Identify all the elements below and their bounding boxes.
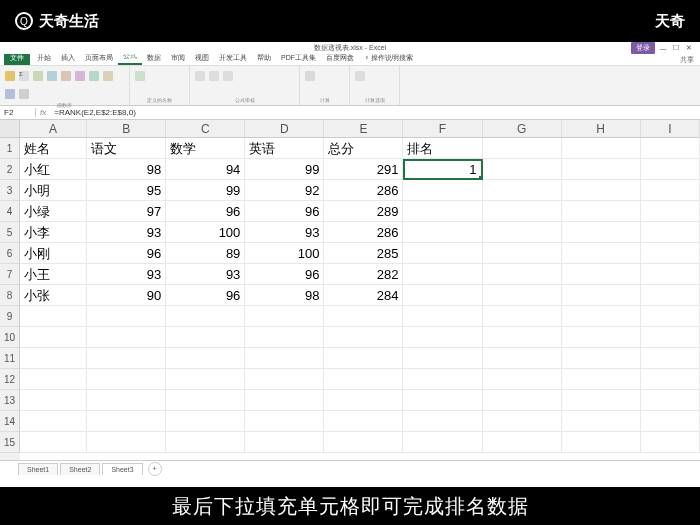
cell[interactable]: 1 [403,159,482,180]
cell[interactable] [324,327,403,348]
cell[interactable] [483,369,562,390]
cell[interactable] [403,327,482,348]
sheet-tab[interactable]: Sheet2 [60,463,100,475]
cell[interactable] [483,264,562,285]
cell[interactable] [641,369,700,390]
column-header[interactable]: H [562,120,641,138]
cell[interactable]: 姓名 [20,138,87,159]
cell[interactable] [245,327,324,348]
cell[interactable] [641,138,700,159]
cell[interactable] [483,432,562,453]
lookup-icon[interactable] [102,68,114,84]
cell[interactable] [483,243,562,264]
cell[interactable] [403,180,482,201]
cell[interactable]: 小张 [20,285,87,306]
cell[interactable]: 282 [324,264,403,285]
text-icon[interactable] [74,68,86,84]
cell[interactable]: 95 [87,180,166,201]
calc-now-icon[interactable] [354,68,366,84]
cell[interactable] [245,432,324,453]
cell[interactable]: 小王 [20,264,87,285]
trace-precedents-icon[interactable] [194,68,206,84]
row-header[interactable]: 9 [0,306,20,327]
insert-function-icon[interactable] [4,68,16,84]
cell[interactable] [166,369,245,390]
cell[interactable] [403,432,482,453]
cell[interactable] [324,432,403,453]
cell[interactable] [483,138,562,159]
cell[interactable]: 96 [166,201,245,222]
cell[interactable] [562,327,641,348]
cell[interactable]: 291 [324,159,403,180]
fill-handle[interactable] [479,176,483,180]
row-header[interactable]: 7 [0,264,20,285]
cell[interactable] [20,432,87,453]
cell[interactable]: 99 [166,180,245,201]
cell[interactable] [483,222,562,243]
row-header[interactable]: 10 [0,327,20,348]
cell[interactable] [562,285,641,306]
cell[interactable] [483,411,562,432]
cell[interactable]: 小刚 [20,243,87,264]
cell[interactable] [483,159,562,180]
cell[interactable] [562,348,641,369]
cell[interactable] [20,327,87,348]
cell[interactable] [641,390,700,411]
cell[interactable] [403,348,482,369]
cell[interactable]: 96 [245,264,324,285]
cell[interactable] [245,390,324,411]
column-header[interactable]: A [20,120,87,138]
row-header[interactable]: 4 [0,201,20,222]
cell[interactable] [641,201,700,222]
autosum-icon[interactable]: Σ [18,68,30,84]
cell[interactable] [641,285,700,306]
cell[interactable]: 排名 [403,138,482,159]
select-all-corner[interactable] [0,120,20,138]
share-link[interactable]: 共享 [680,55,694,65]
cell[interactable] [641,411,700,432]
cell[interactable] [166,327,245,348]
cell[interactable]: 96 [245,201,324,222]
cell[interactable]: 100 [166,222,245,243]
row-header[interactable]: 13 [0,390,20,411]
cell[interactable] [562,264,641,285]
cell[interactable] [87,306,166,327]
sheet-tab[interactable]: Sheet1 [18,463,58,475]
cell[interactable] [245,369,324,390]
cell[interactable]: 小红 [20,159,87,180]
cell[interactable] [562,306,641,327]
cell[interactable]: 97 [87,201,166,222]
cell[interactable]: 93 [166,264,245,285]
math-icon[interactable] [4,86,16,102]
row-header[interactable]: 1 [0,138,20,159]
cell[interactable]: 英语 [245,138,324,159]
cell[interactable]: 99 [245,159,324,180]
row-header[interactable]: 2 [0,159,20,180]
cell[interactable] [166,411,245,432]
cell[interactable] [483,327,562,348]
row-header[interactable]: 15 [0,432,20,453]
calc-options-icon[interactable] [304,68,316,84]
row-header[interactable]: 6 [0,243,20,264]
cell[interactable]: 289 [324,201,403,222]
logical-icon[interactable] [60,68,72,84]
row-header[interactable]: 11 [0,348,20,369]
cell[interactable] [641,222,700,243]
cell[interactable] [403,285,482,306]
cell[interactable] [483,306,562,327]
cell[interactable] [20,390,87,411]
formula-input[interactable]: =RANK(E2,E$2:E$8,0) [50,108,700,117]
login-button[interactable]: 登录 [631,42,655,54]
cell[interactable] [324,306,403,327]
date-icon[interactable] [88,68,100,84]
cell[interactable] [87,390,166,411]
cell[interactable] [403,222,482,243]
cell[interactable] [562,432,641,453]
cell[interactable]: 93 [87,222,166,243]
cell[interactable] [20,306,87,327]
cell[interactable] [562,369,641,390]
cell[interactable]: 小李 [20,222,87,243]
cell[interactable] [562,390,641,411]
column-header[interactable]: C [166,120,245,138]
cell[interactable]: 93 [245,222,324,243]
